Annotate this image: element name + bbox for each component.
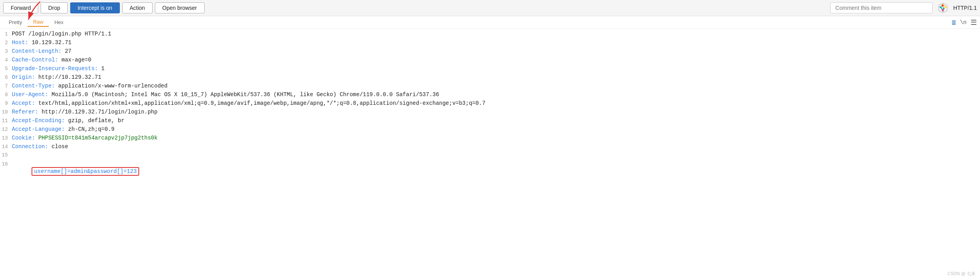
burp-icon bbox=[937, 2, 948, 13]
table-row: 15 bbox=[0, 152, 980, 160]
menu-icon[interactable]: ☰ bbox=[971, 18, 977, 27]
open-browser-button[interactable]: Open browser bbox=[155, 2, 205, 13]
subtoolbar-right: ≣ \n ☰ bbox=[952, 18, 977, 27]
table-row: 4 Cache-Control: max-age=0 bbox=[0, 56, 980, 65]
table-row: 13 Cookie: PHPSESSID=t841m54arcapv2jp7jp… bbox=[0, 134, 980, 143]
table-row: 8 User-Agent: Mozilla/5.0 (Macintosh; In… bbox=[0, 91, 980, 100]
drop-button[interactable]: Drop bbox=[41, 2, 67, 13]
svg-marker-9 bbox=[939, 6, 941, 9]
table-row: 2 Host: 10.129.32.71 bbox=[0, 39, 980, 48]
svg-marker-8 bbox=[945, 6, 946, 9]
table-row: 1 POST /login/login.php HTTP/1.1 bbox=[0, 30, 980, 39]
svg-marker-3 bbox=[943, 4, 945, 7]
forward-button[interactable]: Forward bbox=[3, 2, 38, 13]
table-row: 9 Accept: text/html,application/xhtml+xm… bbox=[0, 100, 980, 108]
table-row: 10 Referer: http://10.129.32.71/login/lo… bbox=[0, 108, 980, 117]
main-toolbar: Forward Drop Intercept is on Action Open… bbox=[0, 0, 980, 16]
intercept-button[interactable]: Intercept is on bbox=[70, 2, 120, 13]
http-version-label: HTTP/1.1 bbox=[953, 5, 977, 11]
tab-pretty[interactable]: Pretty bbox=[3, 18, 28, 26]
watermark: CSDN @ 七冰 bbox=[948, 271, 975, 272]
table-row: 6 Origin: http://10.129.32.71 bbox=[0, 74, 980, 82]
table-row: 14 Connection: close bbox=[0, 143, 980, 152]
comment-input[interactable] bbox=[830, 2, 933, 13]
tab-raw[interactable]: Raw bbox=[28, 18, 49, 27]
newline-icon[interactable]: \n bbox=[960, 19, 967, 26]
paragraph-icon[interactable]: ≣ bbox=[952, 18, 956, 27]
table-row: 7 Content-Type: application/x-www-form-u… bbox=[0, 82, 980, 91]
table-row: 11 Accept-Encoding: gzip, deflate, br bbox=[0, 117, 980, 126]
action-button[interactable]: Action bbox=[122, 2, 153, 13]
table-row: 5 Upgrade-Insecure-Requests: 1 bbox=[0, 65, 980, 74]
body-highlight-box: username[]=admin&password[]=123 bbox=[32, 167, 139, 176]
request-content: 1 POST /login/login.php HTTP/1.1 2 Host:… bbox=[0, 29, 980, 272]
table-row: 3 Content-Length: 27 bbox=[0, 48, 980, 56]
table-row: 16 username[]=admin&password[]=123 bbox=[0, 160, 980, 182]
table-row: 12 Accept-Language: zh-CN,zh;q=0.9 bbox=[0, 126, 980, 134]
tab-hex[interactable]: Hex bbox=[49, 18, 69, 26]
subtoolbar: Pretty Raw Hex ≣ \n ☰ bbox=[0, 16, 980, 29]
